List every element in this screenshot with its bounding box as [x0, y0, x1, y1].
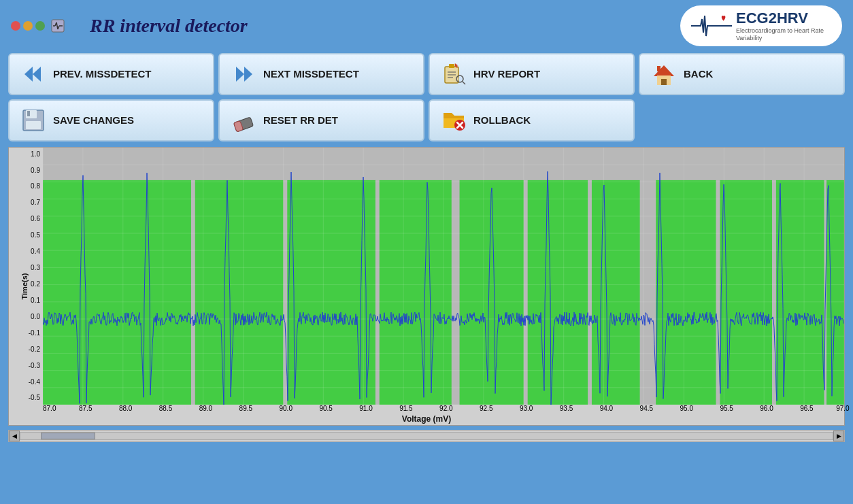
x-label-910: 91.0	[359, 405, 372, 412]
close-button[interactable]	[11, 21, 20, 31]
x-label-930: 93.0	[520, 405, 533, 412]
x-label-915: 91.5	[399, 405, 412, 412]
x-label-920: 92.0	[439, 405, 452, 412]
y-label-08: 0.8	[10, 182, 40, 190]
back-button[interactable]: BACK	[639, 53, 845, 95]
x-label-945: 94.5	[640, 405, 653, 412]
y-label-n03: -0.3	[10, 362, 40, 369]
prev-missdetect-button[interactable]: PREV. MISSDETECT	[8, 53, 214, 95]
eraser-icon	[231, 107, 256, 133]
app-title: RR interval detector	[90, 15, 248, 37]
y-label-00: 0.0	[10, 313, 40, 320]
x-label-970: 97.0	[836, 405, 849, 412]
x-label-925: 92.5	[480, 405, 492, 412]
hrv-report-button[interactable]: HRV REPORT	[429, 53, 635, 95]
ecg-canvas[interactable]	[43, 148, 844, 405]
logo-subtitle: Electrocardiogram to Heart Rate Variabil…	[736, 27, 831, 42]
x-label-960: 96.0	[760, 405, 773, 412]
svg-marker-8	[24, 67, 33, 82]
logo-text-area: ECG2HRV Electrocardiogram to Heart Rate …	[736, 10, 831, 42]
logo-area: ECG2HRV Electrocardiogram to Heart Rate …	[680, 5, 842, 46]
svg-rect-28	[27, 111, 30, 116]
svg-marker-22	[654, 65, 674, 76]
save-icon	[20, 107, 46, 133]
scrollbar[interactable]: ◀ ▶	[8, 430, 845, 442]
y-label-06: 0.6	[10, 215, 40, 222]
forward-icon	[231, 61, 256, 87]
logo-ecg-icon	[691, 12, 732, 39]
save-changes-label: SAVE CHANGES	[53, 114, 134, 126]
maximize-button[interactable]	[35, 21, 45, 31]
x-axis-labels: 87.0 87.5 88.0 88.5 89.0 89.5 90.0 90.5 …	[43, 405, 844, 414]
rollback-label: ROLLBACK	[473, 114, 531, 126]
svg-rect-25	[657, 66, 660, 71]
svg-point-20	[458, 77, 462, 81]
chart-inner[interactable]	[43, 148, 844, 405]
next-missdetect-label: NEXT MISSDETECT	[263, 68, 359, 80]
rollback-button[interactable]: ROLLBACK	[429, 99, 635, 141]
y-label-03: 0.3	[10, 264, 40, 271]
x-label-895: 89.5	[239, 405, 252, 412]
report-icon	[441, 61, 467, 87]
y-label-07: 0.7	[10, 199, 40, 206]
x-label-905: 90.5	[319, 405, 332, 412]
app-icon	[50, 18, 65, 33]
buttons-area: PREV. MISSDETECT NEXT MISSDETECT HRV REP…	[0, 49, 853, 147]
x-label-965: 96.5	[800, 405, 813, 412]
x-label-890: 89.0	[199, 405, 212, 412]
window-controls[interactable]	[11, 21, 45, 31]
svg-line-19	[463, 82, 465, 84]
title-bar: RR interval detector ECG2HRV Electrocard…	[0, 0, 853, 49]
svg-rect-24	[661, 79, 667, 85]
x-label-875: 87.5	[79, 405, 92, 412]
svg-rect-29	[26, 121, 41, 129]
svg-marker-9	[33, 67, 41, 82]
chart-area: 1.0 0.9 0.8 0.7 0.6 0.5 0.4 0.3 0.2 0.1 …	[8, 147, 845, 426]
scroll-right-button[interactable]: ▶	[833, 431, 844, 441]
x-label-935: 93.5	[560, 405, 573, 412]
x-label-950: 95.0	[680, 405, 693, 412]
prev-missdetect-label: PREV. MISSDETECT	[53, 68, 151, 80]
hrv-report-label: HRV REPORT	[473, 68, 540, 80]
x-label-885: 88.5	[159, 405, 172, 412]
home-icon	[651, 61, 677, 87]
back-label: BACK	[684, 68, 713, 80]
y-label-n05: -0.5	[10, 394, 40, 401]
x-label-955: 95.5	[720, 405, 733, 412]
scroll-track[interactable]	[20, 432, 833, 440]
x-label-940: 94.0	[600, 405, 613, 412]
x-label-880: 88.0	[119, 405, 132, 412]
x-label-900: 90.0	[280, 405, 292, 412]
x-axis-title: Voltage (mV)	[402, 414, 451, 424]
reset-rr-det-label: RESET RR DET	[263, 114, 338, 126]
scroll-thumb[interactable]	[41, 433, 95, 439]
y-label-10: 1.0	[10, 150, 40, 158]
svg-rect-14	[449, 64, 454, 68]
y-axis-title: Time(s)	[20, 273, 29, 299]
y-label-09: 0.9	[10, 167, 40, 174]
x-label-870: 87.0	[43, 405, 56, 412]
rollback-icon	[441, 107, 467, 133]
save-changes-button[interactable]: SAVE CHANGES	[8, 99, 214, 141]
rewind-icon	[20, 61, 46, 87]
y-label-n02: -0.2	[10, 346, 40, 353]
y-label-05: 0.5	[10, 231, 40, 239]
y-label-n04: -0.4	[10, 378, 40, 386]
minimize-button[interactable]	[23, 21, 33, 31]
next-missdetect-button[interactable]: NEXT MISSDETECT	[218, 53, 424, 95]
y-label-04: 0.4	[10, 248, 40, 255]
reset-rr-det-button[interactable]: RESET RR DET	[218, 99, 424, 141]
scroll-left-button[interactable]: ◀	[9, 431, 20, 441]
svg-marker-11	[236, 67, 244, 82]
logo-text: ECG2HRV	[736, 10, 808, 27]
svg-marker-12	[244, 67, 252, 82]
y-label-n01: -0.1	[10, 329, 40, 337]
